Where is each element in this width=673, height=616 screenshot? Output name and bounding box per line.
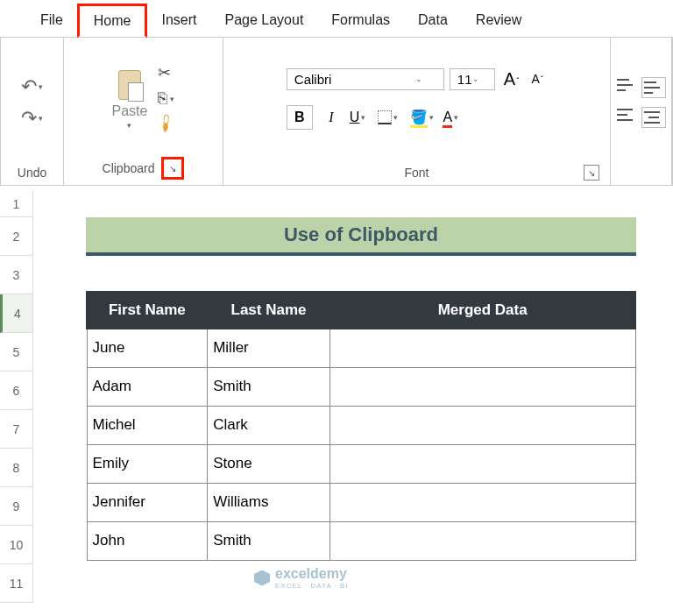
decrease-font-button[interactable]: Aˇ	[528, 70, 548, 88]
paste-button[interactable]: Paste ▾	[112, 67, 148, 130]
brush-icon: 🖌	[154, 112, 178, 137]
cell[interactable]: Smith	[208, 367, 330, 406]
group-font: Calibri⌄ 11⌄ Aˆ Aˇ B I U▾ ▾ 🪣▾ A▾ Font ↘	[223, 38, 611, 185]
align-top-button[interactable]	[617, 77, 636, 93]
group-undo: ↶▾ ↷▾ Undo	[1, 38, 64, 185]
cell[interactable]	[329, 483, 635, 521]
row-header[interactable]: 5	[0, 333, 33, 372]
cell[interactable]: Stone	[208, 444, 330, 483]
chevron-down-icon: ⌄	[472, 74, 479, 83]
borders-icon	[378, 110, 392, 124]
cut-button[interactable]: ✂	[158, 63, 171, 82]
table-row: AdamSmith	[87, 367, 635, 406]
bold-button[interactable]: B	[287, 105, 313, 130]
sheet-content: Use of Clipboard First Name Last Name Me…	[33, 191, 673, 561]
tab-file[interactable]: File	[26, 5, 77, 35]
worksheet: 1 2 3 4 5 6 7 8 9 10 11 Use of Clipboard…	[0, 191, 673, 616]
font-dialog-launcher[interactable]: ↘	[584, 165, 599, 181]
tab-review[interactable]: Review	[462, 5, 535, 35]
redo-button[interactable]: ↷▾	[21, 107, 43, 130]
scissors-icon: ✂	[158, 63, 171, 82]
chevron-down-icon: ⌄	[415, 74, 422, 83]
tab-formulas[interactable]: Formulas	[317, 5, 404, 35]
watermark: exceldemy EXCEL · DATA · BI	[254, 566, 349, 590]
cell[interactable]: Smith	[208, 521, 330, 560]
cell[interactable]	[329, 521, 635, 560]
group-clipboard: Paste ▾ ✂ ⎘▾ 🖌 Clipboard ↘	[64, 38, 223, 185]
cell[interactable]: Williams	[208, 483, 330, 521]
copy-button[interactable]: ⎘▾	[158, 89, 174, 108]
copy-icon: ⎘	[158, 89, 167, 108]
group-label-clipboard: Clipboard	[103, 161, 155, 175]
row-header[interactable]: 4	[0, 294, 33, 333]
underline-button[interactable]: U▾	[350, 110, 366, 125]
chevron-down-icon: ▾	[39, 82, 43, 91]
clipboard-dialog-launcher[interactable]: ↘	[161, 157, 184, 180]
cell[interactable]	[329, 444, 635, 483]
table-row: JenniferWilliams	[87, 483, 635, 521]
paste-label: Paste	[112, 103, 148, 119]
cell[interactable]: June	[87, 329, 208, 367]
chevron-down-icon: ▾	[170, 95, 174, 103]
row-header[interactable]: 3	[0, 256, 33, 294]
row-header[interactable]: 9	[0, 487, 33, 526]
cell[interactable]	[329, 406, 635, 444]
header-first-name[interactable]: First Name	[87, 292, 208, 329]
table-row: JuneMiller	[87, 329, 635, 367]
align-left-button[interactable]	[617, 107, 636, 123]
cube-icon	[254, 570, 270, 586]
borders-button[interactable]: ▾	[378, 110, 398, 124]
table-row: JohnSmith	[87, 521, 635, 560]
tab-insert[interactable]: Insert	[147, 5, 210, 35]
font-size-select[interactable]: 11⌄	[450, 68, 495, 90]
row-header[interactable]: 7	[0, 410, 33, 449]
fill-icon: 🪣	[410, 109, 428, 125]
align-middle-button[interactable]	[641, 77, 666, 98]
cell[interactable]: Emily	[87, 444, 208, 483]
table-row: EmilyStone	[87, 444, 635, 483]
cell[interactable]: Michel	[87, 406, 208, 444]
cell[interactable]: Adam	[87, 367, 208, 406]
clipboard-icon	[116, 67, 144, 102]
data-table: First Name Last Name Merged Data JuneMil…	[86, 291, 636, 561]
undo-button[interactable]: ↶▾	[21, 75, 43, 98]
ribbon-tabs: File Home Insert Page Layout Formulas Da…	[0, 0, 673, 37]
cell[interactable]	[329, 367, 635, 406]
align-center-button[interactable]	[641, 107, 666, 128]
row-header[interactable]: 8	[0, 449, 33, 487]
header-last-name[interactable]: Last Name	[208, 292, 330, 329]
cell[interactable]: Miller	[208, 329, 330, 367]
chevron-down-icon: ▾	[39, 114, 43, 123]
tab-home[interactable]: Home	[77, 4, 148, 38]
cell[interactable]: Clark	[208, 406, 330, 444]
format-painter-button[interactable]: 🖌	[158, 115, 174, 133]
group-label-undo: Undo	[18, 162, 46, 181]
chevron-down-icon: ▾	[127, 121, 131, 130]
cell[interactable]: John	[87, 521, 208, 560]
sheet-title[interactable]: Use of Clipboard	[86, 217, 636, 256]
row-header[interactable]: 11	[0, 564, 33, 603]
group-label-font: Font	[404, 166, 429, 180]
row-header[interactable]: 2	[0, 217, 33, 256]
row-header[interactable]: 1	[0, 191, 33, 217]
tab-page-layout[interactable]: Page Layout	[210, 5, 317, 35]
increase-font-button[interactable]: Aˆ	[500, 67, 523, 91]
watermark-brand: exceldemy	[275, 566, 349, 582]
row-header[interactable]: 6	[0, 372, 33, 410]
tab-data[interactable]: Data	[404, 5, 462, 35]
cell[interactable]: Jennifer	[87, 483, 208, 521]
row-headers: 1 2 3 4 5 6 7 8 9 10 11	[0, 191, 33, 603]
font-color-icon: A	[443, 110, 452, 125]
table-row: MichelClark	[87, 406, 635, 444]
ribbon: ↶▾ ↷▾ Undo Paste ▾ ✂ ⎘▾ 🖌 Clipboard ↘	[0, 37, 673, 186]
table-body: JuneMiller AdamSmith MichelClark EmilySt…	[87, 329, 635, 560]
group-alignment	[611, 38, 672, 185]
header-merged[interactable]: Merged Data	[329, 292, 635, 329]
fill-color-button[interactable]: 🪣▾	[410, 109, 434, 125]
row-header[interactable]: 10	[0, 526, 33, 564]
cell[interactable]	[329, 329, 635, 367]
italic-button[interactable]: I	[318, 105, 344, 130]
font-color-button[interactable]: A▾	[443, 110, 458, 125]
watermark-tagline: EXCEL · DATA · BI	[275, 582, 349, 590]
font-name-select[interactable]: Calibri⌄	[287, 68, 444, 90]
